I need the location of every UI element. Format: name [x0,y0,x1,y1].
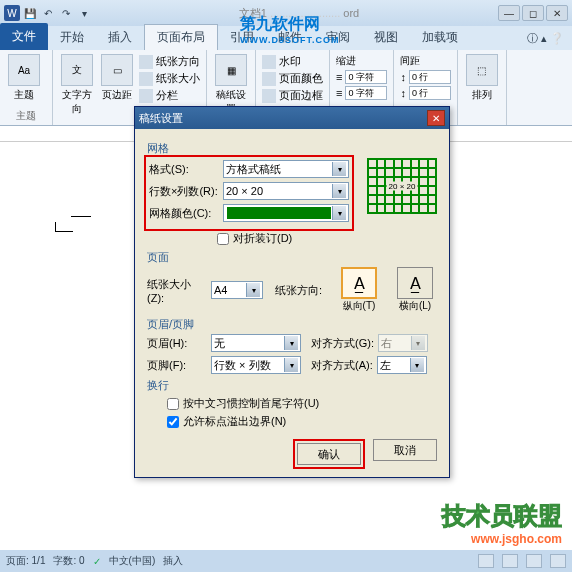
size-button[interactable]: 纸张大小 [139,71,200,86]
undo-icon[interactable]: ↶ [40,5,56,21]
tab-home[interactable]: 开始 [48,25,96,50]
cursor-indicator [55,222,73,232]
status-page[interactable]: 页面: 1/1 [6,554,45,568]
grid-color-label: 网格颜色(C): [149,206,219,221]
spacing-after-field[interactable]: 0 行 [409,86,451,100]
status-lang[interactable]: 中文(中国) [109,554,156,568]
grid-section-label: 网格 [147,141,437,156]
paper-size-select[interactable]: A4▾ [211,281,263,299]
format-select[interactable]: 方格式稿纸▾ [223,160,349,178]
orientation-button[interactable]: 纸张方向 [139,54,200,69]
spacing-before-field[interactable]: 0 行 [409,70,451,84]
word-app-icon: W [4,5,20,21]
portrait-button[interactable]: A̲ [341,267,377,299]
minimize-button[interactable]: — [498,5,520,21]
fold-binding-checkbox[interactable] [217,233,229,245]
paper-size-label: 纸张大小(Z): [147,277,207,304]
cjk-wrap-checkbox[interactable] [167,398,179,410]
view-web[interactable] [526,554,542,568]
header-align-label: 对齐方式(G): [311,336,374,351]
format-label: 格式(S): [149,162,219,177]
indent-label: 缩进 [336,54,356,68]
group-themes-label: 主题 [0,109,52,123]
arrange-button[interactable]: ⬚排列 [464,54,500,102]
view-print-layout[interactable] [478,554,494,568]
ok-button-highlight: 确认 [293,439,365,469]
dialog-close-button[interactable]: ✕ [427,110,445,126]
watermark-button[interactable]: 水印 [262,54,323,69]
footer-align-label: 对齐方式(A): [311,358,373,373]
fold-binding-label: 对折装订(D) [233,231,292,246]
indent-left-field[interactable]: 0 字符 [345,70,387,84]
save-icon[interactable]: 💾 [22,5,38,21]
qat-more-icon[interactable]: ▾ [76,5,92,21]
watermark-site2: 技术员联盟 www.jsgho.com [442,500,562,546]
page-color-button[interactable]: 页面颜色 [262,71,323,86]
wrap-section-label: 换行 [147,378,437,393]
footer-align-select[interactable]: 左▾ [377,356,427,374]
help-icon[interactable]: ⓘ ▴ ❔ [519,27,572,50]
page-section-label: 页面 [147,250,437,265]
grid-settings-highlight: 格式(S): 方格式稿纸▾ 行数×列数(R): 20 × 20▾ 网格颜色(C)… [144,155,354,231]
spacing-label: 间距 [400,54,420,68]
tab-page-layout[interactable]: 页面布局 [144,24,218,50]
dialog-title: 稿纸设置 [139,111,427,126]
header-select[interactable]: 无▾ [211,334,301,352]
tab-insert[interactable]: 插入 [96,25,144,50]
hf-section-label: 页眉/页脚 [147,317,437,332]
view-outline[interactable] [550,554,566,568]
header-align-select: 右▾ [378,334,428,352]
header-label: 页眉(H): [147,336,207,351]
footer-label: 页脚(F): [147,358,207,373]
status-mode[interactable]: 插入 [163,554,183,568]
landscape-button[interactable]: A̲ [397,267,433,299]
indent-right-field[interactable]: 0 字符 [345,86,387,100]
tab-view[interactable]: 视图 [362,25,410,50]
footer-select[interactable]: 行数 × 列数▾ [211,356,301,374]
margins-button[interactable]: ▭页边距 [99,54,135,116]
ok-button[interactable]: 确认 [297,443,361,465]
watermark-site1: 第九软件网 WWW.D9SOFT.COM [240,14,340,45]
page-border-button[interactable]: 页面边框 [262,88,323,103]
close-button[interactable]: ✕ [546,5,568,21]
cancel-button[interactable]: 取消 [373,439,437,461]
rowcol-label: 行数×列数(R): [149,184,219,199]
redo-icon[interactable]: ↷ [58,5,74,21]
rowcol-select[interactable]: 20 × 20▾ [223,182,349,200]
punct-overflow-checkbox[interactable] [167,416,179,428]
tab-addins[interactable]: 加载项 [410,25,470,50]
text-direction-button[interactable]: 文文字方向 [59,54,95,116]
maximize-button[interactable]: ◻ [522,5,544,21]
grid-settings-dialog: 稿纸设置 ✕ 网格 格式(S): 方格式稿纸▾ 行数×列数(R): 20 × 2… [134,106,450,478]
paper-orient-label: 纸张方向: [275,283,322,298]
status-words[interactable]: 字数: 0 [53,554,84,568]
tab-file[interactable]: 文件 [0,23,48,50]
status-bar: 页面: 1/1 字数: 0 ✓ 中文(中国) 插入 [0,550,572,572]
themes-button[interactable]: Aa主题 [6,54,42,102]
view-reading[interactable] [502,554,518,568]
grid-preview: 20 × 20 [367,158,437,214]
grid-color-select[interactable]: ▾ [223,204,349,222]
columns-button[interactable]: 分栏 [139,88,200,103]
